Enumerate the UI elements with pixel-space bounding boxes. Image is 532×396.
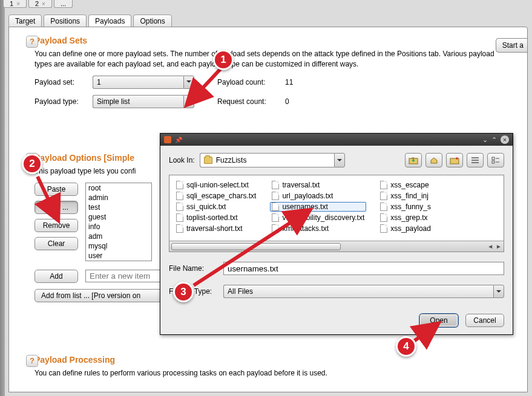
list-item[interactable]: user: [86, 251, 151, 261]
open-button[interactable]: Open: [419, 314, 458, 327]
home-icon[interactable]: [425, 153, 442, 167]
file-icon: [272, 181, 279, 189]
file-item[interactable]: vulnerability_discovery.txt: [270, 213, 366, 222]
tab-payloads[interactable]: Payloads: [88, 15, 131, 28]
list-item[interactable]: guest: [86, 212, 151, 222]
mini-tab-label: 1: [10, 0, 13, 7]
close-icon[interactable]: ×: [501, 135, 509, 144]
mini-tab-2[interactable]: 2×: [28, 0, 52, 8]
close-icon[interactable]: ×: [42, 1, 45, 7]
cancel-button[interactable]: Cancel: [465, 314, 504, 327]
detail-view-icon[interactable]: [487, 153, 504, 167]
scroll-right-icon[interactable]: ►: [496, 243, 502, 250]
file-item-label: ssi_quick.txt: [186, 203, 226, 211]
annotation-marker-3: 3: [173, 282, 194, 302]
add-from-list-button[interactable]: Add from list ... [Pro version on: [34, 289, 168, 302]
payload-type-dropdown[interactable]: Simple list: [93, 95, 194, 108]
file-item-label: xss_payload: [390, 224, 431, 233]
file-icon: [272, 213, 279, 222]
file-icon: [380, 203, 387, 211]
tab-positions[interactable]: Positions: [44, 15, 87, 28]
scrollbar-thumb[interactable]: [171, 243, 341, 250]
file-item[interactable]: traversal.txt: [270, 180, 366, 190]
remove-button[interactable]: Remove: [34, 219, 78, 232]
list-item[interactable]: root: [86, 183, 151, 193]
file-icon: [176, 181, 183, 189]
file-type-dropdown[interactable]: All Files: [223, 285, 504, 298]
payload-processing-title: Payload Processing: [34, 355, 516, 365]
payload-set-value: 1: [97, 78, 101, 86]
file-icon: [380, 224, 387, 233]
file-list[interactable]: sqli-union-select.txtsqli_escape_chars.t…: [169, 175, 504, 252]
help-icon[interactable]: ?: [26, 355, 38, 367]
file-item[interactable]: xml-attacks.txt: [270, 224, 366, 233]
look-in-label: Look In:: [169, 156, 195, 164]
app-icon: [164, 136, 171, 143]
payload-items-list[interactable]: rootadmintestguestinfoadmmysqluser: [85, 183, 152, 261]
request-count-label: Request count:: [217, 97, 280, 106]
file-item[interactable]: xss_find_inj: [378, 191, 433, 201]
dialog-titlebar[interactable]: 📌 ⌄ ⌃ ×: [160, 134, 513, 146]
file-item[interactable]: xss_funny_s: [378, 202, 433, 212]
list-item[interactable]: info: [86, 222, 151, 232]
chevron-down-icon[interactable]: [334, 153, 345, 167]
svg-rect-1: [450, 158, 459, 164]
chevron-down-icon[interactable]: [183, 95, 194, 108]
file-icon: [272, 203, 279, 211]
tab-target[interactable]: Target: [8, 15, 42, 28]
new-folder-icon[interactable]: [446, 153, 463, 167]
close-icon[interactable]: ×: [16, 1, 20, 7]
clear-button[interactable]: Clear: [34, 237, 78, 250]
add-button[interactable]: Add: [34, 270, 78, 283]
help-icon[interactable]: ?: [26, 36, 38, 48]
payload-processing-desc: You can define rules to perform various …: [34, 368, 494, 378]
file-item[interactable]: xss_escape: [378, 180, 433, 190]
tab-options[interactable]: Options: [133, 15, 171, 28]
file-item[interactable]: usernames.txt: [270, 202, 366, 212]
maximize-icon[interactable]: ⌃: [491, 136, 497, 144]
list-item[interactable]: mysql: [86, 241, 151, 251]
payload-set-dropdown[interactable]: 1: [93, 76, 194, 89]
chevron-down-icon[interactable]: [183, 76, 194, 89]
pin-icon[interactable]: 📌: [175, 137, 182, 143]
scroll-left-icon[interactable]: ◄: [487, 243, 493, 250]
mini-tab-label: 2: [35, 0, 39, 7]
up-folder-icon[interactable]: [405, 153, 422, 167]
horizontal-scrollbar[interactable]: ◄ ►: [169, 241, 504, 252]
load-button[interactable]: Load ...: [34, 201, 78, 214]
payload-sets-desc: You can define one or more payload sets.…: [34, 49, 494, 70]
chevron-down-icon[interactable]: [493, 285, 504, 298]
list-item[interactable]: adm: [86, 232, 151, 241]
file-item-label: toplist-sorted.txt: [186, 213, 238, 222]
file-name-label: File Name:: [169, 264, 217, 273]
file-item-label: xss_funny_s: [390, 203, 431, 211]
list-item[interactable]: admin: [86, 193, 151, 203]
list-view-icon[interactable]: [467, 153, 484, 167]
file-item[interactable]: ssi_quick.txt: [174, 202, 258, 212]
file-item[interactable]: url_payloads.txt: [270, 191, 366, 201]
payload-set-label: Payload set:: [34, 78, 88, 86]
file-item[interactable]: xss_payload: [378, 224, 433, 233]
file-item[interactable]: sqli-union-select.txt: [174, 180, 258, 190]
file-icon: [272, 224, 279, 233]
paste-button[interactable]: Paste: [34, 183, 78, 196]
file-item[interactable]: xss_grep.tx: [378, 213, 433, 222]
file-item-label: traversal.txt: [282, 181, 320, 189]
file-icon: [176, 192, 183, 200]
look-in-dropdown[interactable]: FuzzLists: [200, 153, 345, 167]
tab-row: Target Positions Payloads Options: [8, 15, 172, 28]
file-item-label: xml-attacks.txt: [282, 224, 329, 233]
file-open-dialog: 📌 ⌄ ⌃ × Look In: FuzzLists sqli-union-se…: [160, 133, 513, 335]
minimize-icon[interactable]: ⌄: [482, 136, 488, 144]
file-item[interactable]: sqli_escape_chars.txt: [174, 191, 258, 201]
mini-tab-more[interactable]: ...: [54, 0, 73, 8]
mini-tab-1[interactable]: 1×: [3, 0, 27, 8]
payload-type-label: Payload type:: [34, 97, 88, 106]
file-item[interactable]: traversal-short.txt: [174, 224, 258, 233]
list-item[interactable]: test: [86, 203, 151, 212]
window-left-edge: [0, 0, 5, 396]
file-name-input[interactable]: [223, 262, 504, 275]
payload-count-value: 11: [285, 78, 293, 86]
new-item-input[interactable]: [85, 270, 170, 282]
file-item[interactable]: toplist-sorted.txt: [174, 213, 258, 222]
